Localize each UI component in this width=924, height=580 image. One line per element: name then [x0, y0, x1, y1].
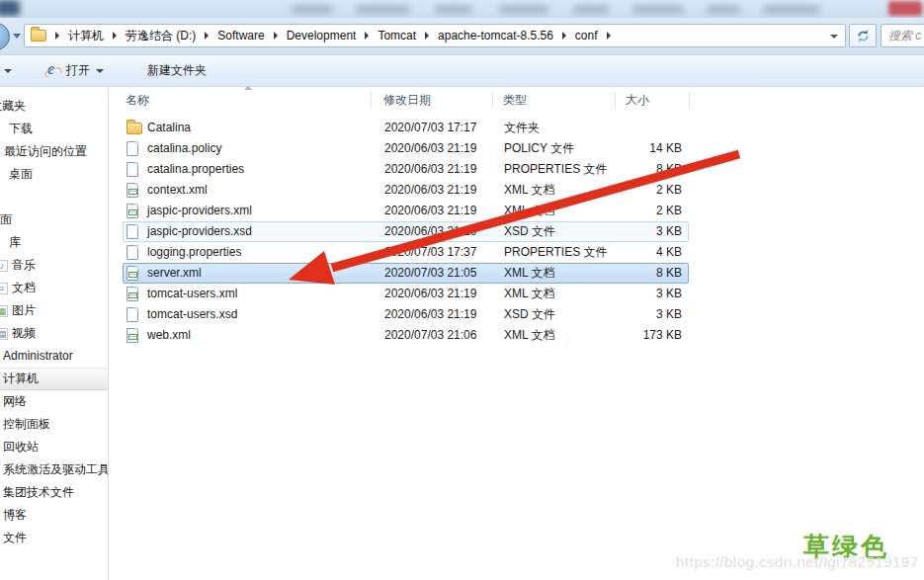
- column-divider[interactable]: [615, 92, 616, 108]
- file-date: 2020/07/03 21:05: [384, 264, 476, 283]
- file-type: XML 文档: [504, 326, 555, 345]
- sidebar-item[interactable]: 文件: [0, 527, 108, 549]
- column-header: 名称 修改日期 类型 大小: [109, 89, 924, 111]
- column-header-date[interactable]: 修改日期: [383, 92, 431, 109]
- file-date: 2020/06/03 21:19: [384, 181, 476, 200]
- sidebar-item-label: 桌面: [9, 163, 33, 186]
- breadcrumb-item[interactable]: Software: [215, 28, 266, 43]
- sidebar-item[interactable]: 回收站: [0, 436, 108, 458]
- file-row[interactable]: web.xml2020/07/03 21:06XML 文档173 KB: [123, 325, 689, 346]
- address-dropdown-caret[interactable]: [830, 35, 838, 39]
- sidebar-item[interactable]: 下载: [0, 118, 108, 140]
- breadcrumb-item[interactable]: Development: [285, 28, 359, 43]
- sidebar-item[interactable]: 系统激活及驱动工具: [0, 458, 108, 481]
- breadcrumb-item[interactable]: conf: [573, 28, 600, 43]
- explorer-window: 计算机劳逸结合 (D:)SoftwareDevelopmentTomcatapa…: [0, 0, 924, 580]
- breadcrumb: 计算机劳逸结合 (D:)SoftwareDevelopmentTomcatapa…: [48, 27, 618, 45]
- sidebar-item[interactable]: 库: [0, 231, 108, 254]
- file-name: logging.properties: [147, 243, 241, 262]
- sidebar-item[interactable]: 最近访问的位置: [0, 140, 108, 163]
- file-row[interactable]: tomcat-users.xml2020/06/03 21:19XML 文档3 …: [123, 284, 689, 304]
- file-size: 3 KB: [656, 285, 682, 303]
- sidebar-item[interactable]: 集团技术文件: [0, 481, 108, 504]
- breadcrumb-item[interactable]: 劳逸结合 (D:): [124, 27, 198, 45]
- file-row[interactable]: Catalina2020/07/03 17:17文件夹: [123, 118, 689, 138]
- breadcrumb-separator-icon: [607, 32, 611, 40]
- breadcrumb-separator-icon: [205, 32, 209, 40]
- file-date: 2020/06/03 21:19: [384, 305, 476, 324]
- sidebar-item[interactable]: 控制面板: [0, 413, 108, 436]
- column-header-size[interactable]: 大小: [626, 92, 649, 109]
- search-input[interactable]: [881, 24, 924, 47]
- address-bar[interactable]: 计算机劳逸结合 (D:)SoftwareDevelopmentTomcatapa…: [24, 24, 846, 47]
- back-button[interactable]: [0, 23, 10, 50]
- file-size: 8 KB: [656, 264, 682, 283]
- new-folder-button[interactable]: 新建文件夹: [140, 58, 213, 83]
- file-type: POLICY 文件: [504, 139, 574, 158]
- sort-ascending-icon: [244, 86, 252, 90]
- breadcrumb-item[interactable]: apache-tomcat-8.5.56: [436, 28, 555, 43]
- file-row[interactable]: server.xml2020/07/03 21:05XML 文档8 KB: [123, 263, 689, 284]
- file-date: 2020/06/03 21:19: [384, 202, 476, 220]
- open-button[interactable]: 打开: [38, 58, 111, 83]
- sidebar-item[interactable]: Administrator: [0, 345, 108, 368]
- sidebar-item[interactable]: 视频: [0, 322, 108, 345]
- sidebar-item-label: 集团技术文件: [3, 481, 74, 504]
- xml-icon: [126, 266, 138, 281]
- file-name: catalina.properties: [147, 160, 244, 179]
- file-row[interactable]: catalina.properties2020/06/03 21:19PROPE…: [123, 159, 689, 180]
- sidebar-item-label: 控制面板: [3, 413, 50, 436]
- file-icon: [126, 307, 138, 322]
- file-size: 173 KB: [643, 326, 682, 345]
- sidebar-item[interactable]: 网络: [0, 390, 108, 413]
- file-row[interactable]: jaspic-providers.xml2020/06/03 21:19XML …: [123, 201, 689, 221]
- close-button-blurred[interactable]: [888, 1, 922, 16]
- sidebar-item[interactable]: 桌面: [0, 163, 108, 186]
- xml-icon: [126, 328, 138, 343]
- file-row[interactable]: jaspic-providers.xsd2020/06/03 21:19XSD …: [123, 221, 689, 242]
- sidebar-item-label: 视频: [12, 322, 36, 345]
- file-row[interactable]: catalina.policy2020/06/03 21:19POLICY 文件…: [123, 138, 689, 159]
- file-type: XML 文档: [504, 202, 555, 220]
- open-dropdown-caret: [96, 69, 104, 73]
- titlebar-smudge: [499, 5, 548, 14]
- sidebar-item[interactable]: 音乐: [0, 254, 108, 277]
- file-name: Catalina: [147, 119, 191, 137]
- sidebar-item[interactable]: 桌面: [0, 208, 108, 231]
- column-header-type[interactable]: 类型: [503, 92, 527, 109]
- folder-icon: [126, 123, 142, 134]
- titlebar-smudge: [435, 5, 472, 14]
- sidebar-item-label: 系统激活及驱动工具: [3, 458, 109, 481]
- history-dropdown-caret[interactable]: [13, 34, 21, 39]
- file-name: jaspic-providers.xml: [147, 202, 252, 220]
- file-name: context.xml: [147, 181, 208, 200]
- doc-icon: [0, 283, 8, 294]
- file-name: tomcat-users.xsd: [147, 305, 237, 324]
- titlebar-smudge: [632, 5, 684, 14]
- file-row[interactable]: context.xml2020/06/03 21:19XML 文档2 KB: [123, 180, 689, 201]
- file-name: server.xml: [147, 264, 202, 283]
- column-divider[interactable]: [689, 92, 690, 108]
- xml-icon: [126, 183, 138, 198]
- file-date: 2020/07/03 17:37: [384, 243, 476, 262]
- sidebar-item-label: 文档: [12, 277, 36, 299]
- refresh-icon: [856, 29, 871, 43]
- column-header-name[interactable]: 名称: [126, 92, 149, 109]
- sidebar-item[interactable]: 图片: [0, 299, 108, 322]
- breadcrumb-item[interactable]: Tomcat: [376, 28, 418, 43]
- breadcrumb-item[interactable]: 计算机: [66, 27, 106, 45]
- sidebar-item[interactable]: 计算机: [0, 368, 108, 390]
- column-divider[interactable]: [492, 92, 493, 108]
- file-row[interactable]: logging.properties2020/07/03 17:37PROPER…: [123, 242, 689, 263]
- sidebar-item[interactable]: 博客: [0, 504, 108, 527]
- xml-icon: [126, 204, 138, 218]
- sidebar-item[interactable]: 文档: [0, 277, 108, 299]
- refresh-button[interactable]: [849, 24, 877, 47]
- sidebar-item[interactable]: 收藏夹: [0, 95, 108, 118]
- file-list: Catalina2020/07/03 17:17文件夹catalina.poli…: [123, 118, 689, 346]
- titlebar-smudge: [356, 5, 410, 14]
- column-divider[interactable]: [371, 92, 372, 108]
- file-row[interactable]: tomcat-users.xsd2020/06/03 21:19XSD 文件3 …: [123, 304, 689, 325]
- organize-caret[interactable]: [4, 69, 12, 73]
- watermark-url: https://blog.csdn.net/lgi782519197: [676, 553, 919, 570]
